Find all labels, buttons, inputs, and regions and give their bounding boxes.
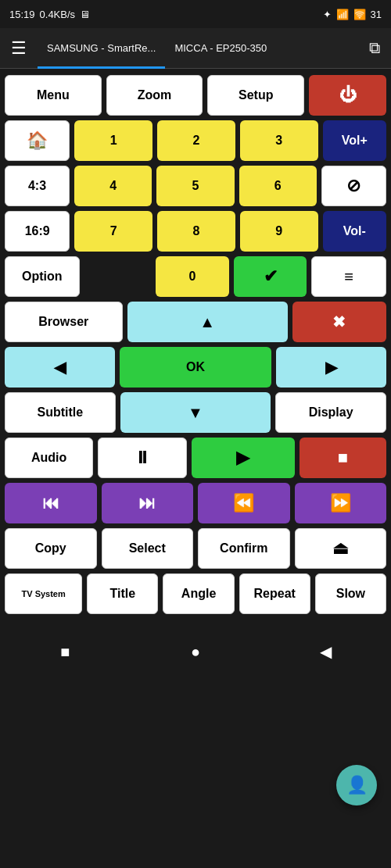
rewind-button[interactable]: ⏪	[198, 483, 290, 523]
power-button[interactable]: ⏻	[309, 75, 386, 116]
no-symbol-button[interactable]: ⊘	[321, 166, 386, 206]
repeat-button[interactable]: Repeat	[239, 573, 310, 614]
check-button[interactable]: ✔	[234, 256, 307, 297]
skip-next-button[interactable]: ⏭	[102, 483, 194, 523]
hamburger-menu[interactable]: ☰	[0, 38, 38, 59]
num4-button[interactable]: 4	[74, 166, 152, 206]
angle-button[interactable]: Angle	[163, 573, 234, 614]
skip-next-icon: ⏭	[138, 493, 156, 513]
check-icon: ✔	[264, 266, 278, 287]
nav-square-button[interactable]: ■	[49, 636, 81, 667]
arrow-left-icon: ◀	[54, 358, 66, 377]
num7-button[interactable]: 7	[74, 211, 152, 252]
pause-button[interactable]: ⏸	[98, 438, 186, 478]
row-numbers-123: 🏠 1 2 3 Vol+	[5, 120, 386, 161]
square-icon: ■	[60, 643, 70, 661]
arrow-right-button[interactable]: ▶	[276, 347, 386, 388]
list-icon: ≡	[344, 268, 353, 286]
no-icon: ⊘	[346, 176, 361, 196]
eject-button[interactable]: ⏏	[295, 528, 387, 569]
subtitle-button[interactable]: Subtitle	[5, 392, 116, 433]
num2-button[interactable]: 2	[157, 120, 235, 161]
row-browser: Browser ▲ ✖	[5, 302, 386, 342]
tv-system-button[interactable]: TV System	[5, 573, 82, 614]
back-icon: ◀	[320, 642, 332, 661]
ok-button[interactable]: OK	[120, 347, 271, 388]
status-right: ✦ 📶 🛜 31	[323, 9, 382, 20]
ratio169-button[interactable]: 16:9	[5, 211, 70, 252]
arrow-down-button[interactable]: ▼	[120, 392, 271, 433]
confirm-button[interactable]: Confirm	[198, 528, 290, 569]
tab-samsung[interactable]: SAMSUNG - SmartRe...	[38, 28, 165, 69]
skip-first-button[interactable]: ⏮	[5, 483, 97, 523]
eject-icon: ⏏	[332, 538, 349, 559]
fast-forward-button[interactable]: ⏩	[295, 483, 387, 523]
setup-button[interactable]: Setup	[207, 75, 304, 116]
power-icon: ⏻	[339, 85, 357, 105]
list-button[interactable]: ≡	[311, 256, 386, 297]
num1-button[interactable]: 1	[74, 120, 152, 161]
tab-micca[interactable]: MICCA - EP250-350	[165, 28, 276, 69]
num0-button[interactable]: 0	[156, 256, 229, 297]
signal-icon: 📶	[336, 9, 349, 20]
fab-button[interactable]: 👤	[336, 765, 377, 805]
arrow-up-button[interactable]: ▲	[127, 302, 288, 342]
circle-icon: ●	[191, 643, 200, 661]
fab-icon: 👤	[346, 775, 368, 795]
menu-button[interactable]: Menu	[5, 75, 102, 116]
arrow-left-button[interactable]: ◀	[5, 347, 115, 388]
remote-control: Menu Zoom Setup ⏻ 🏠 1 2 3 Vol+ 4:3 4 5 6…	[0, 69, 391, 625]
num6-button[interactable]: 6	[239, 166, 317, 206]
rewind-icon: ⏪	[233, 493, 254, 513]
display-button[interactable]: Display	[275, 392, 386, 433]
zoom-button[interactable]: Zoom	[106, 75, 203, 116]
option-button[interactable]: Option	[5, 256, 80, 297]
battery-icon: 31	[371, 9, 382, 20]
row-subtitle: Subtitle ▼ Display	[5, 392, 386, 433]
bluetooth-icon: ✦	[323, 9, 332, 20]
fast-forward-icon: ⏩	[330, 493, 351, 513]
vol-plus-button[interactable]: Vol+	[323, 120, 386, 161]
row-menu: Menu Zoom Setup ⏻	[5, 75, 386, 116]
close-button[interactable]: ✖	[292, 302, 387, 342]
bottom-nav: ■ ● ◀	[0, 631, 391, 672]
row-copy: Copy Select Confirm ⏏	[5, 528, 386, 569]
row-option: Option 0 ✔ ≡	[5, 256, 386, 297]
num9-button[interactable]: 9	[240, 211, 318, 252]
title-button[interactable]: Title	[87, 573, 158, 614]
stop-icon: ■	[338, 448, 348, 468]
copy-button[interactable]: Copy	[5, 528, 97, 569]
wifi-icon: 🛜	[353, 9, 366, 20]
slow-button[interactable]: Slow	[315, 573, 386, 614]
status-screen-icon: 🖥	[80, 9, 90, 20]
arrow-right-icon: ▶	[325, 358, 337, 377]
row-numbers-789: 16:9 7 8 9 Vol-	[5, 211, 386, 252]
skip-first-icon: ⏮	[42, 493, 59, 513]
status-bar: 15:19 0.4KB/s 🖥 ✦ 📶 🛜 31	[0, 0, 391, 28]
arrow-up-icon: ▲	[199, 313, 215, 331]
num8-button[interactable]: 8	[157, 211, 235, 252]
pause-icon: ⏸	[134, 448, 151, 468]
copy-layout-icon[interactable]: ⧉	[358, 39, 391, 57]
play-icon: ▶	[236, 448, 249, 468]
home-button[interactable]: 🏠	[5, 120, 70, 161]
play-button[interactable]: ▶	[192, 438, 295, 478]
row-navigation: ◀ OK ▶	[5, 347, 386, 388]
num3-button[interactable]: 3	[240, 120, 318, 161]
browser-button[interactable]: Browser	[5, 302, 123, 342]
row-playback: Audio ⏸ ▶ ■	[5, 438, 386, 478]
select-button[interactable]: Select	[102, 528, 194, 569]
nav-back-button[interactable]: ◀	[310, 636, 342, 667]
status-left: 15:19 0.4KB/s 🖥	[9, 9, 90, 20]
status-time: 15:19	[9, 9, 35, 20]
close-icon: ✖	[332, 313, 346, 331]
stop-button[interactable]: ■	[300, 438, 386, 478]
ratio43-button[interactable]: 4:3	[5, 166, 70, 206]
nav-home-button[interactable]: ●	[180, 636, 211, 667]
top-nav: ☰ SAMSUNG - SmartRe... MICCA - EP250-350…	[0, 28, 391, 69]
status-data: 0.4KB/s	[40, 9, 76, 20]
num5-button[interactable]: 5	[156, 166, 234, 206]
nav-tabs: SAMSUNG - SmartRe... MICCA - EP250-350	[38, 28, 358, 69]
vol-minus-button[interactable]: Vol-	[323, 211, 386, 252]
audio-button[interactable]: Audio	[5, 438, 93, 478]
